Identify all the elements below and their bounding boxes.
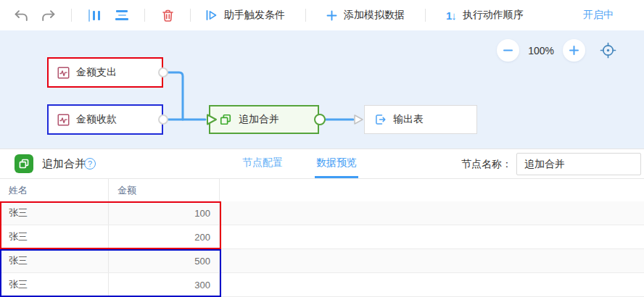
undo-icon[interactable] [13,7,29,23]
node-label: 输出表 [393,113,424,126]
zoom-level: 100% [528,45,554,57]
detail-panel: 追加合并 ? 节点配置 数据预览 节点名称： 姓名 金额 张三 100 [0,148,644,297]
assist-trigger-label: 助手触发条件 [224,9,285,22]
table-header-filler [220,179,644,201]
toolbar-divider [425,9,426,22]
waveform-icon [57,67,70,79]
action-order-button[interactable]: 1↓ 执行动作顺序 [446,9,524,22]
tab-data-preview[interactable]: 数据预览 [315,149,358,178]
zoom-in-button[interactable] [563,39,585,62]
plus-icon [569,45,579,56]
action-order-label: 执行动作顺序 [463,9,524,22]
table-header-row: 姓名 金额 [0,178,644,201]
align-horizontal-icon[interactable] [114,7,130,23]
trash-icon[interactable] [160,7,176,23]
sort-order-icon: 1↓ [446,9,456,22]
waveform-icon [57,114,70,126]
cell-amount: 300 [109,273,220,296]
input-arrow-output [355,115,363,124]
table-row: 张三 300 [0,273,644,297]
cell-amount: 200 [109,225,220,248]
table-row: 张三 100 [0,201,644,225]
minus-icon [503,45,513,56]
node-income[interactable]: 金额收款 [47,104,163,135]
wire-expense-to-merge [168,72,183,120]
add-mock-data-button[interactable]: 添加模拟数据 [326,9,405,22]
toolbar-divider [305,9,306,22]
panel-title: 追加合并 [42,149,86,178]
assist-trigger-button[interactable]: 助手触发条件 [205,9,285,22]
toolbar: 助手触发条件 添加模拟数据 1↓ 执行动作顺序 开启中 [0,0,644,30]
node-name-label: 节点名称： [461,158,512,171]
column-header-amount: 金额 [109,179,220,201]
cell-amount: 500 [109,249,220,272]
status-toggle[interactable]: 开启中 [583,0,614,30]
play-bar-icon [205,9,218,21]
cell-name: 张三 [0,249,109,272]
column-header-name: 姓名 [0,179,109,201]
help-icon[interactable]: ? [84,158,96,170]
zoom-controls: 100% [497,39,616,62]
flow-canvas[interactable]: 金额支出 金额收款 追加合并 输出表 10 [0,30,644,148]
panel-header: 追加合并 ? 节点配置 数据预览 节点名称： [0,149,644,178]
node-label: 金额收款 [76,113,117,126]
merge-copy-icon [219,113,232,126]
table-row: 张三 200 [0,225,644,249]
cell-amount: 100 [109,201,220,225]
cell-name: 张三 [0,201,109,225]
node-merge[interactable]: 追加合并 [209,105,319,134]
plus-icon [326,10,337,21]
node-name-field: 节点名称： [461,153,641,175]
align-vertical-icon[interactable] [86,7,102,23]
app-window: 助手触发条件 添加模拟数据 1↓ 执行动作顺序 开启中 金额支出 金额收款 追加… [0,0,644,297]
node-label: 金额支出 [76,66,117,79]
redo-icon[interactable] [41,7,57,23]
cell-name: 张三 [0,225,109,248]
zoom-out-button[interactable] [497,39,519,62]
merge-node-badge-icon [15,154,33,173]
toolbar-divider [144,9,145,22]
export-icon [373,113,387,126]
node-label: 追加合并 [239,113,279,126]
node-output[interactable]: 输出表 [364,105,477,134]
cell-name: 张三 [0,273,109,296]
table-row: 张三 500 [0,249,644,273]
node-expense[interactable]: 金额支出 [47,57,163,88]
tab-node-config[interactable]: 节点配置 [241,149,284,178]
toolbar-divider [190,9,191,22]
add-mock-data-label: 添加模拟数据 [344,9,405,22]
locate-crosshair-icon[interactable] [600,42,616,59]
tab-bar: 节点配置 数据预览 [241,149,358,178]
node-name-input[interactable] [516,153,641,175]
preview-table: 姓名 金额 张三 100 张三 200 张三 500 张三 300 [0,178,644,297]
toolbar-divider [71,9,72,22]
